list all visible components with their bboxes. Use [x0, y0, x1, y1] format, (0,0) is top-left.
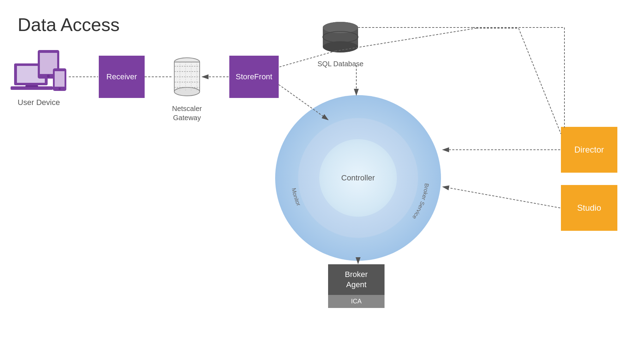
studio-box: Studio	[561, 185, 617, 231]
storefront-label: StoreFront	[236, 72, 272, 81]
netscaler-cylinder-icon	[173, 56, 201, 98]
svg-text:Monitor: Monitor	[291, 187, 302, 207]
receiver-box: Receiver	[99, 56, 145, 98]
storefront-box: StoreFront	[229, 56, 279, 98]
user-device-group: User Device	[11, 49, 67, 107]
svg-point-9	[59, 88, 61, 90]
netscaler-label: Netscaler Gateway	[162, 104, 212, 122]
sql-database-group: SQL Database	[318, 21, 363, 68]
svg-point-12	[174, 87, 200, 96]
ica-box: ICA	[328, 295, 385, 308]
broker-agent-title: BrokerAgent	[332, 270, 381, 290]
outer-circle: Controller Broker Service Monitor	[275, 95, 441, 261]
sql-database-label: SQL Database	[318, 60, 363, 68]
studio-label: Studio	[577, 203, 601, 213]
broker-agent-group: BrokerAgent ICA	[328, 264, 385, 308]
page-title: Data Access	[18, 14, 120, 35]
svg-rect-8	[55, 71, 65, 87]
broker-agent-box: BrokerAgent	[328, 264, 385, 295]
director-label: Director	[574, 145, 604, 155]
director-box: Director	[561, 127, 617, 173]
phone-icon	[52, 68, 67, 92]
monitor-curved-text: Monitor	[275, 95, 441, 261]
receiver-label: Receiver	[107, 72, 137, 81]
ica-label: ICA	[351, 298, 362, 305]
svg-point-6	[47, 75, 50, 78]
netscaler-box	[173, 56, 201, 98]
sql-database-icon	[321, 21, 360, 56]
controller-group: Controller Broker Service Monitor	[275, 95, 441, 261]
svg-rect-3	[25, 85, 38, 87]
user-device-label: User Device	[18, 98, 60, 107]
user-device-icons	[11, 49, 67, 95]
svg-line-38	[519, 28, 561, 134]
svg-line-41	[443, 187, 560, 208]
